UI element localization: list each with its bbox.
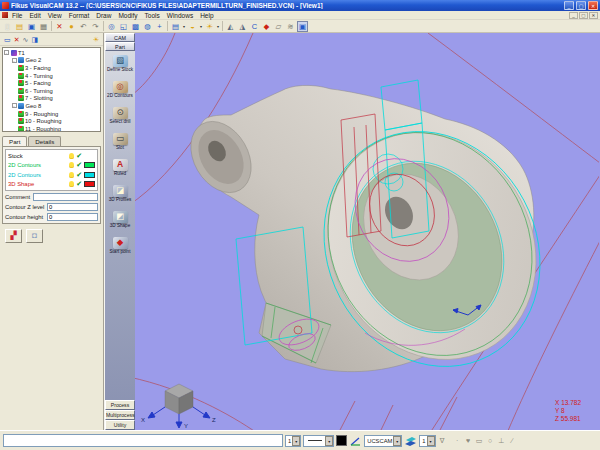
fit-view-icon[interactable]: ▩ <box>130 21 141 32</box>
pen-select[interactable]: 1 ▾ <box>285 435 301 447</box>
postprocess-icon[interactable]: ◆ <box>261 21 272 32</box>
statistics-icon[interactable]: ∿ <box>23 34 29 45</box>
check-icon[interactable]: ✔ <box>76 161 82 169</box>
geometry-row-2d-contours-2[interactable]: 2D Contours ✔ <box>7 170 96 180</box>
define-stock-button[interactable]: ▧ Define Stock <box>105 51 135 77</box>
maximize-button[interactable]: ▢ <box>576 1 586 10</box>
child-minimize-button[interactable]: _ <box>569 12 578 19</box>
viewport-canvas[interactable]: X Y Z X 13.782 Y 8 Z 55.981 <box>135 33 599 430</box>
lamp-icon[interactable]: ☀ <box>204 21 215 32</box>
contour-z-input[interactable] <box>47 203 98 211</box>
redo-icon[interactable]: ↷ <box>90 21 101 32</box>
snap-perpendicular-icon[interactable]: ⊥ <box>497 435 506 446</box>
process-tab[interactable]: Process <box>105 400 135 410</box>
menu-tools[interactable]: Tools <box>142 12 163 19</box>
snap-ball-icon[interactable]: ● <box>66 21 77 32</box>
select-drill-button[interactable]: ⊙ Select drill <box>105 103 135 129</box>
screen-icon[interactable]: ▭ <box>4 34 11 45</box>
cnc-program-icon[interactable]: C <box>249 21 260 32</box>
tree-node-geo8[interactable]: - Geo 8 <box>4 102 99 110</box>
multiprocess-tab[interactable]: Multiprocess <box>105 410 135 420</box>
tree-operation[interactable]: 9 - Roughing <box>4 110 99 118</box>
contours-view-button[interactable]: ▞ <box>5 229 22 243</box>
tab-part[interactable]: Part <box>2 136 27 146</box>
child-close-button[interactable]: ✕ <box>589 12 598 19</box>
snap-point-icon[interactable]: · <box>453 435 462 446</box>
layers-dropdown-icon[interactable]: ▾ <box>182 24 186 29</box>
visibility-bulb-icon[interactable] <box>69 153 74 159</box>
menu-modify[interactable]: Modify <box>115 12 140 19</box>
menu-windows[interactable]: Windows <box>164 12 196 19</box>
save-icon[interactable]: ▣ <box>26 21 37 32</box>
collapse-icon[interactable]: - <box>4 50 9 55</box>
snap-circle-icon[interactable]: ○ <box>486 435 495 446</box>
linestyle-select[interactable]: ▾ <box>303 435 334 447</box>
chevron-down-icon[interactable]: ▾ <box>325 436 333 446</box>
tree-operation[interactable]: 11 - Roughing <box>4 125 99 132</box>
menu-file[interactable]: File <box>9 12 25 19</box>
tree-operation[interactable]: 4 - Turning <box>4 72 99 80</box>
palette-dropdown-icon[interactable]: ▾ <box>199 24 203 29</box>
pan-icon[interactable]: + <box>154 21 165 32</box>
ucs-icon[interactable] <box>349 435 362 447</box>
tree-node-root[interactable]: - T1 <box>4 49 99 57</box>
start-point-button[interactable]: ◆ Start point <box>105 233 135 259</box>
contour-height-input[interactable] <box>47 213 98 221</box>
lamp-panel-icon[interactable]: ☀ <box>93 34 99 45</box>
snap-rectangle-icon[interactable]: ▭ <box>475 435 484 446</box>
minimize-button[interactable]: _ <box>564 1 574 10</box>
tree-node-geo2[interactable]: - Geo 2 <box>4 57 99 65</box>
filter-icon[interactable]: ∇ <box>438 435 447 446</box>
slot-button[interactable]: ▭ Slot <box>105 129 135 155</box>
cam-tab[interactable]: CAM <box>105 33 135 42</box>
solid-view-button[interactable]: ◘ <box>26 229 43 243</box>
check-icon[interactable]: ✔ <box>76 171 82 179</box>
check-icon[interactable]: ✔ <box>76 152 82 160</box>
check-icon[interactable]: ✔ <box>76 180 82 188</box>
undo-icon[interactable]: ↶ <box>78 21 89 32</box>
command-input[interactable] <box>3 434 283 447</box>
child-restore-button[interactable]: ▢ <box>579 12 588 19</box>
orbit-icon[interactable]: ◍ <box>142 21 153 32</box>
tab-details[interactable]: Details <box>28 136 61 146</box>
plane-icon[interactable]: ▱ <box>273 21 284 32</box>
view-manager-icon[interactable]: ▣ <box>297 21 308 32</box>
machine-setup-icon[interactable]: ◭ <box>225 21 236 32</box>
close-button[interactable]: ✕ <box>588 1 598 10</box>
menu-help[interactable]: Help <box>197 12 216 19</box>
zoom-select-icon[interactable]: ◎ <box>106 21 117 32</box>
zoom-window-icon[interactable]: ◱ <box>118 21 129 32</box>
tool-library-icon[interactable]: ◮ <box>237 21 248 32</box>
geometry-row-stock[interactable]: Stock ✔ <box>7 151 96 161</box>
3d-profiles-button[interactable]: ◪ 3D Profiles <box>105 181 135 207</box>
collapse-icon[interactable]: - <box>12 103 17 108</box>
menu-format[interactable]: Format <box>66 12 93 19</box>
comment-input[interactable] <box>33 193 98 201</box>
utility-tab[interactable]: Utility <box>105 420 135 430</box>
layers-icon[interactable]: ▤ <box>170 21 181 32</box>
tree-operation[interactable]: 10 - Roughing <box>4 117 99 125</box>
menu-edit[interactable]: Edit <box>26 12 43 19</box>
menu-view[interactable]: View <box>45 12 65 19</box>
layer-select[interactable]: 1 ▾ <box>419 435 435 447</box>
tree-operation[interactable]: 7 - Slotting <box>4 95 99 103</box>
print-icon[interactable]: ▦ <box>38 21 49 32</box>
snap-line-icon[interactable]: ∕ <box>508 435 517 446</box>
open-icon[interactable]: ▤ <box>14 21 25 32</box>
visibility-bulb-icon[interactable] <box>69 181 74 187</box>
part-tab[interactable]: Part <box>105 42 135 51</box>
color-swatch[interactable] <box>84 181 95 187</box>
ucs-select[interactable]: UCSCAM ▾ <box>364 435 402 447</box>
visibility-bulb-icon[interactable] <box>69 172 74 178</box>
chevron-down-icon[interactable]: ▾ <box>427 436 435 446</box>
current-color-swatch[interactable] <box>336 435 347 446</box>
geometry-row-2d-contours[interactable]: 2D Contours ✔ <box>7 161 96 171</box>
snap-favorite-icon[interactable]: ♥ <box>464 435 473 446</box>
ruled-button[interactable]: A Ruled <box>105 155 135 181</box>
geometry-row-3d-shape[interactable]: 3D Shape ✔ <box>7 180 96 190</box>
color-swatch[interactable] <box>84 172 95 178</box>
new-icon[interactable]: ▯ <box>2 21 13 32</box>
menu-draw[interactable]: Draw <box>93 12 114 19</box>
tree-operation[interactable]: 3 - Facing <box>4 64 99 72</box>
3d-shape-button[interactable]: ◩ 3D Shape <box>105 207 135 233</box>
